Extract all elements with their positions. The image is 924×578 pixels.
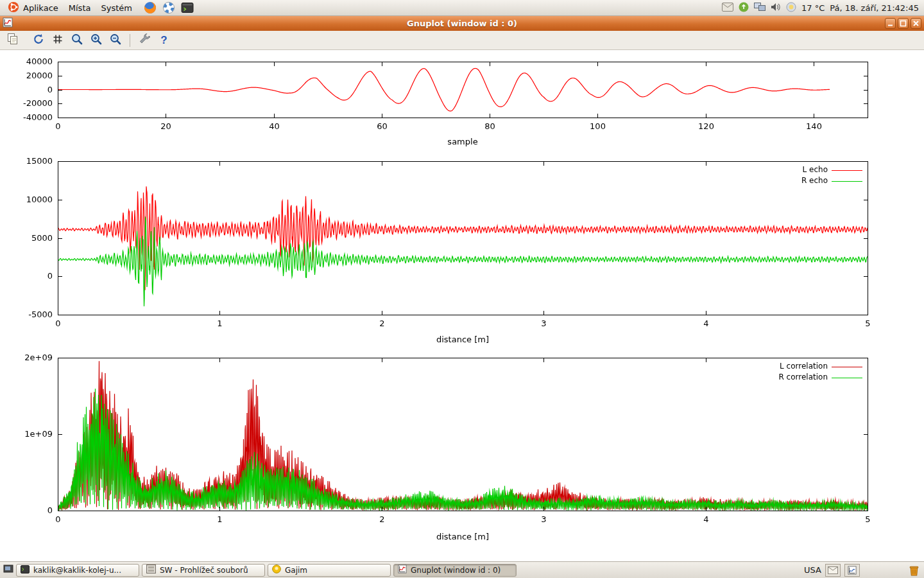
refresh-button[interactable] bbox=[30, 32, 46, 48]
zoom-out-icon bbox=[109, 33, 122, 48]
menu-places-label: Místa bbox=[69, 3, 91, 13]
copy-icon bbox=[6, 33, 19, 48]
mail-indicator-icon[interactable] bbox=[722, 3, 733, 13]
zoom-in-button[interactable] bbox=[88, 32, 104, 48]
help-icon: ? bbox=[160, 35, 167, 46]
toolbar-separator bbox=[130, 34, 130, 47]
plot-tray-icon[interactable] bbox=[844, 564, 860, 577]
desktop: Aplikace Místa Systém 17 °C Pá, 18. září… bbox=[0, 0, 924, 578]
network-icon[interactable] bbox=[754, 3, 766, 13]
task-button-gajim[interactable]: Gajim bbox=[268, 564, 391, 577]
help-button[interactable]: ? bbox=[156, 32, 172, 48]
panel-launchers bbox=[144, 1, 194, 14]
menu-applications[interactable]: Aplikace bbox=[3, 0, 64, 16]
menu-system[interactable]: Systém bbox=[96, 2, 137, 14]
plot-area bbox=[0, 50, 924, 561]
taskbar: kaklik@kaklik-kolej-u... SW - Prohlížeč … bbox=[0, 561, 924, 578]
gajim-icon bbox=[272, 565, 281, 575]
menu-applications-label: Aplikace bbox=[23, 3, 58, 13]
panel-indicators: 17 °C Pá, 18. září, 21:42:45 bbox=[722, 2, 921, 14]
window-title: Gnuplot (window id : 0) bbox=[0, 19, 924, 28]
task-button-file-manager[interactable]: SW - Prohlížeč souborů bbox=[142, 564, 265, 577]
show-desktop-icon[interactable] bbox=[3, 564, 13, 576]
wrench-icon bbox=[139, 33, 151, 48]
menu-system-label: Systém bbox=[101, 3, 132, 13]
task-button-label: Gnuplot (window id : 0) bbox=[411, 566, 501, 575]
zoom-in-icon bbox=[90, 33, 103, 48]
terminal-icon bbox=[21, 565, 30, 575]
window-controls bbox=[885, 18, 921, 29]
volume-icon[interactable] bbox=[771, 3, 781, 13]
task-button-label: SW - Prohlížeč souborů bbox=[160, 566, 248, 575]
weather-icon[interactable] bbox=[786, 2, 796, 14]
gnuplot-window: Gnuplot (window id : 0) ? bbox=[0, 16, 924, 561]
zoom-button[interactable] bbox=[69, 32, 85, 48]
help-launcher-icon[interactable] bbox=[162, 1, 175, 14]
terminal-launcher-icon[interactable] bbox=[181, 2, 194, 13]
copy-button[interactable] bbox=[4, 32, 21, 48]
menu-places[interactable]: Místa bbox=[64, 2, 96, 14]
task-button-terminal[interactable]: kaklik@kaklik-kolej-u... bbox=[16, 564, 139, 577]
grid-icon bbox=[51, 33, 64, 48]
zoom-icon bbox=[71, 33, 83, 48]
file-manager-icon bbox=[146, 565, 156, 575]
maximize-button[interactable] bbox=[898, 18, 909, 29]
panel-menus: Aplikace Místa Systém bbox=[3, 0, 194, 16]
minimize-button[interactable] bbox=[885, 18, 896, 29]
settings-button[interactable] bbox=[137, 32, 153, 48]
refresh-icon bbox=[32, 33, 45, 48]
titlebar[interactable]: Gnuplot (window id : 0) bbox=[0, 16, 924, 31]
taskbar-tray: USA bbox=[804, 564, 921, 577]
grid-button[interactable] bbox=[49, 32, 65, 48]
temperature-indicator[interactable]: 17 °C bbox=[801, 3, 825, 13]
clock[interactable]: Pá, 18. září, 21:42:45 bbox=[830, 3, 919, 13]
ubuntu-logo-icon bbox=[8, 1, 19, 15]
close-button[interactable] bbox=[911, 18, 921, 29]
update-icon[interactable] bbox=[739, 2, 749, 14]
zoom-out-button[interactable] bbox=[107, 32, 123, 48]
keyboard-layout-indicator[interactable]: USA bbox=[804, 565, 821, 575]
gnuplot-plot-canvas[interactable] bbox=[0, 50, 924, 561]
firefox-icon[interactable] bbox=[144, 1, 157, 14]
task-button-label: kaklik@kaklik-kolej-u... bbox=[33, 566, 121, 575]
trash-icon[interactable] bbox=[909, 565, 920, 576]
toolbar: ? bbox=[0, 31, 924, 50]
mail-tray-icon[interactable] bbox=[825, 564, 841, 577]
task-button-gnuplot[interactable]: Gnuplot (window id : 0) bbox=[393, 564, 517, 577]
top-panel: Aplikace Místa Systém 17 °C Pá, 18. září… bbox=[0, 0, 924, 16]
task-button-label: Gajim bbox=[285, 566, 307, 575]
gnuplot-icon bbox=[398, 565, 407, 575]
